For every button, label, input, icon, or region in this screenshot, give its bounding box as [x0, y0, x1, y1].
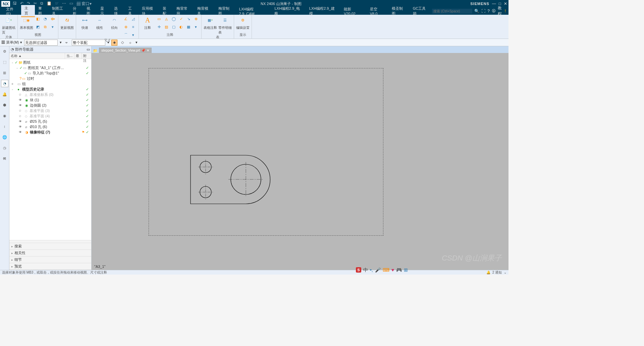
- search-icon[interactable]: 🔍: [474, 9, 479, 13]
- base-view-button[interactable]: ⬚◉基本视图: [20, 15, 33, 30]
- ime-heart-icon[interactable]: ♥: [391, 267, 394, 273]
- command-search-input[interactable]: [432, 9, 472, 14]
- tutorial-link[interactable]: 教程: [498, 5, 503, 17]
- ime-keyboard-icon[interactable]: ⌨: [383, 267, 389, 273]
- chamfer-dim-icon[interactable]: ◿: [130, 15, 137, 22]
- col-latest[interactable]: 最: [74, 53, 82, 59]
- filter-funnel-icon[interactable]: ⫧: [64, 40, 70, 46]
- menu-nengxin[interactable]: 能新 V20.02: [340, 6, 367, 16]
- nav-tree[interactable]: -✓📁图纸-✓▭图纸页 "A3_1" (工作...✓✓▭导入的 "Top@1"✓…: [9, 59, 91, 240]
- col-current[interactable]: 当...: [65, 53, 74, 59]
- hatch-icon[interactable]: ▨: [163, 23, 170, 30]
- drawing-view[interactable]: [189, 154, 276, 207]
- help2-icon[interactable]: ⦿: [492, 9, 496, 13]
- tree-row[interactable]: -✓▭图纸页 "A3_1" (工作...✓: [9, 65, 91, 70]
- menu-lxh-elec[interactable]: LXH编程2.9_电极: [271, 5, 306, 17]
- selection-filter[interactable]: 无选择过滤器: [24, 40, 58, 46]
- image-icon[interactable]: ▦: [185, 23, 192, 30]
- col-notes[interactable]: 附注: [82, 53, 91, 59]
- ime-grid-icon[interactable]: ⊞: [404, 267, 408, 273]
- radial-dim-button[interactable]: ◠径向: [108, 15, 121, 38]
- thick-dim-icon[interactable]: ≡: [130, 23, 137, 30]
- reuse-icon[interactable]: ⬢: [1, 101, 8, 109]
- notification-icon[interactable]: 🔔: [1, 91, 8, 98]
- constraint-nav-icon[interactable]: ⊞: [1, 69, 8, 76]
- acc-detail[interactable]: 细节: [9, 256, 91, 263]
- quick-dim-button[interactable]: ⟷快速: [78, 15, 92, 38]
- tab-pin-icon[interactable]: 📌: [141, 49, 145, 52]
- status-bell-icon[interactable]: 🔔: [486, 271, 490, 274]
- tree-row[interactable]: ✓▭导入的 "Top@1"✓: [9, 70, 91, 76]
- tree-row[interactable]: 👁◉边倒圆 (2)✓: [9, 103, 91, 108]
- assembly-nav-icon[interactable]: ⬚: [1, 58, 8, 66]
- parts-list-button[interactable]: ☰零件明细表: [218, 15, 232, 35]
- open-tab-icon[interactable]: 📁: [93, 49, 98, 53]
- status-chevron-icon[interactable]: ⌄: [504, 271, 506, 274]
- tree-row[interactable]: +▭组: [9, 81, 91, 86]
- help-icon[interactable]: ?: [487, 9, 490, 13]
- roles-icon[interactable]: ↕: [1, 123, 8, 130]
- section-icon[interactable]: ⟴: [49, 15, 56, 22]
- tree-row[interactable]: ⊘◇基准平面 (3)✓: [9, 108, 91, 113]
- more-dim-icon[interactable]: ▾: [130, 32, 137, 38]
- ime-punct-icon[interactable]: •,: [370, 267, 373, 273]
- ime-badge-icon[interactable]: S: [356, 267, 361, 273]
- tools-icon[interactable]: 🛠: [1, 155, 8, 162]
- tree-row[interactable]: -●模型历史记录✓: [9, 86, 91, 92]
- tree-row[interactable]: ⊘◬基准坐标系 (0)✓: [9, 92, 91, 97]
- datum-icon[interactable]: ◬: [163, 15, 170, 22]
- center-icon[interactable]: ✛: [156, 23, 162, 30]
- assembly-scope[interactable]: 整个装配: [72, 40, 105, 46]
- menu-button[interactable]: ☰ 菜单(M) ▾: [1, 40, 22, 45]
- new-sheet-button[interactable]: 📄+新建图纸页: [2, 15, 15, 35]
- tree-row[interactable]: ⊘◇基准平面 (4)✓: [9, 113, 91, 119]
- document-tab[interactable]: stepped_Section_View.prt 📌 ✕: [99, 48, 152, 53]
- sketch-icon[interactable]: ◐: [178, 23, 184, 30]
- acc-depend[interactable]: 相关性: [9, 250, 91, 256]
- browser-icon[interactable]: 🌐: [1, 133, 8, 141]
- part-navigator-icon[interactable]: ◔: [1, 80, 8, 87]
- surface-icon[interactable]: ✓: [178, 15, 184, 22]
- menu-mosheng[interactable]: 模圣制图: [388, 5, 409, 17]
- menu-gc-toolbox[interactable]: GC工具箱: [410, 5, 432, 17]
- settings-icon[interactable]: ⚙: [1, 48, 8, 55]
- menu-lxh-model[interactable]: LXH编程2.9_建模: [306, 5, 340, 17]
- edit-settings-button[interactable]: ⚙编辑设置: [236, 15, 250, 30]
- sel-mode2-icon[interactable]: ◇: [119, 40, 125, 46]
- id-icon[interactable]: ▢: [170, 23, 177, 30]
- history-icon[interactable]: ◉: [1, 112, 8, 119]
- col-name[interactable]: 名称 ▲: [9, 53, 65, 59]
- tree-row[interactable]: -✓📁图纸: [9, 60, 91, 65]
- balloon-icon[interactable]: ◯: [170, 15, 177, 22]
- table-annot-button[interactable]: ▦+表格注释: [204, 15, 217, 35]
- tree-row[interactable]: 👁◉块 (1)✓: [9, 97, 91, 103]
- sel-mode3-icon[interactable]: ⟐: [127, 40, 133, 46]
- target-icon[interactable]: ⊕: [193, 15, 199, 22]
- more-annot-icon[interactable]: ▾: [193, 23, 199, 30]
- weld-icon[interactable]: ↘: [185, 15, 192, 22]
- fcf-icon[interactable]: ▭: [156, 15, 162, 22]
- more-view-icon[interactable]: ▾: [49, 23, 56, 30]
- annotation-button[interactable]: A注释: [141, 15, 154, 30]
- break-view-icon[interactable]: ⧉: [42, 23, 49, 30]
- tree-row[interactable]: 👁⌀Ø25 孔 (5)✓: [9, 119, 91, 124]
- ime-game-icon[interactable]: 🎮: [396, 267, 402, 273]
- fullscreen-icon[interactable]: ⛶: [481, 9, 485, 13]
- detail-view-icon[interactable]: ◔: [42, 15, 49, 22]
- tree-row[interactable]: 👁◑镜像特征 (7)⚑✓: [9, 129, 91, 135]
- ord-dim-icon[interactable]: ⊕: [122, 23, 129, 30]
- ime-voice-icon[interactable]: 🎤: [375, 267, 381, 273]
- update-view-button[interactable]: 🗘更新视图: [60, 15, 74, 30]
- ang-dim-icon[interactable]: ∠: [122, 15, 129, 22]
- tree-row[interactable]: 👁⌀Ø10 孔 (6)✓: [9, 124, 91, 129]
- menu-xingkong[interactable]: 星空 V8.0: [367, 6, 389, 16]
- linear-dim-button[interactable]: ↔线性: [93, 15, 106, 38]
- sel-mode1-icon[interactable]: ◈: [111, 40, 117, 46]
- acc-search[interactable]: 搜索: [9, 243, 91, 250]
- clock-icon[interactable]: ◷: [1, 144, 8, 152]
- tree-row[interactable]: ?▭过时: [9, 76, 91, 81]
- proj-view-icon[interactable]: ◧: [35, 15, 41, 22]
- status-notif[interactable]: 2 通知: [492, 270, 502, 275]
- aux-view-icon[interactable]: ◩: [35, 23, 41, 30]
- warn-icon[interactable]: !: [505, 9, 506, 13]
